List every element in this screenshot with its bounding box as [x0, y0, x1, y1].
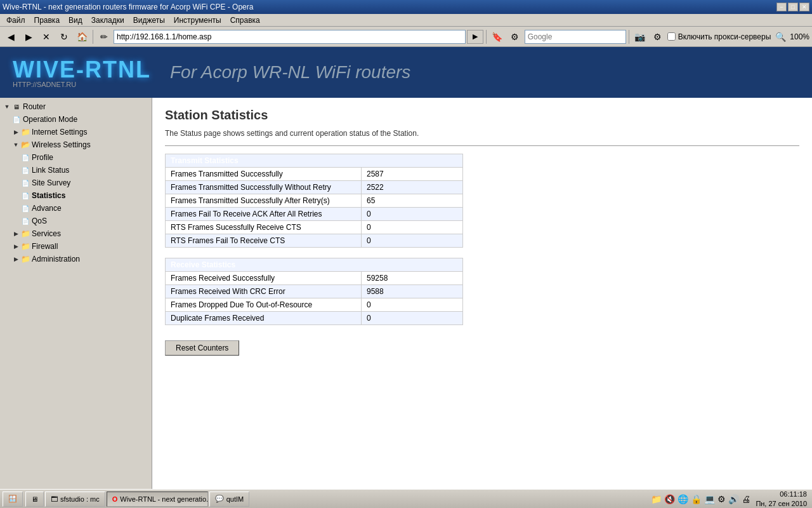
- maximize-btn[interactable]: □: [788, 3, 798, 11]
- menu-edit[interactable]: Правка: [30, 15, 64, 25]
- zoom-btn[interactable]: 🔍: [772, 29, 789, 45]
- address-input[interactable]: [114, 30, 466, 44]
- close-btn[interactable]: ✕: [799, 3, 809, 11]
- table-row: Duplicate Frames Received 0: [166, 312, 463, 325]
- admin-expand-icon: ▶: [11, 255, 20, 264]
- reset-counters-button[interactable]: Reset Counters: [165, 340, 239, 356]
- sidebar-item-qos[interactable]: 📄 QoS: [18, 215, 152, 227]
- sidebar-item-services[interactable]: ▶ 📁 Services: [9, 227, 152, 240]
- sidebar-item-advance[interactable]: 📄 Advance: [18, 202, 152, 215]
- table-row: RTS Frames Fail To Receive CTS 0: [166, 234, 463, 248]
- qos-icon: 📄: [20, 216, 30, 226]
- tx-row-6-label: RTS Frames Fail To Receive CTS: [166, 234, 362, 248]
- sidebar-item-services-label: Services: [32, 229, 61, 238]
- rx-row-3-label: Frames Dropped Due To Out-of-Resource: [166, 298, 362, 312]
- table-row: RTS Frames Sucessfully Receive CTS 0: [166, 221, 463, 234]
- taskbar-item-terminal[interactable]: 🖥: [25, 491, 44, 507]
- sidebar-item-wireless-settings-label: Wireless Settings: [32, 140, 91, 149]
- terminal-icon: 🖥: [31, 495, 38, 503]
- sidebar-item-statistics[interactable]: 📄 Statistics: [18, 189, 152, 202]
- qutim-icon: 💬: [215, 495, 224, 503]
- menu-file[interactable]: Файл: [3, 15, 29, 25]
- sidebar-item-router[interactable]: ▼ 🖥 Router: [0, 100, 152, 113]
- window-title: Wive-RTNL - next generation routers firm…: [3, 3, 253, 11]
- start-button[interactable]: 🪟: [3, 491, 23, 507]
- toolbar-sep-1: [93, 30, 93, 44]
- advance-icon: 📄: [20, 203, 30, 213]
- back-btn[interactable]: ◀: [3, 29, 19, 45]
- sidebar-item-firewall[interactable]: ▶ 📁 Firewall: [9, 240, 152, 253]
- tray-icon-3: 🌐: [678, 494, 688, 504]
- profile-icon: 📄: [20, 152, 30, 163]
- rx-row-4-label: Duplicate Frames Received: [166, 312, 362, 325]
- menu-widgets[interactable]: Виджеты: [129, 15, 169, 25]
- tx-row-5-label: RTS Frames Sucessfully Receive CTS: [166, 221, 362, 234]
- tx-row-2-value: 2522: [362, 181, 463, 194]
- taskbar-item-qutim[interactable]: 💬 qutIM: [209, 491, 250, 507]
- admin-icon: 📁: [20, 254, 30, 264]
- menu-tools[interactable]: Инструменты: [170, 15, 225, 25]
- sidebar-item-link-status[interactable]: 📄 Link Status: [18, 164, 152, 177]
- table-row: Frames Fail To Receive ACK After All Ret…: [166, 208, 463, 221]
- sidebar-item-site-survey-label: Site Survey: [32, 178, 70, 187]
- sidebar: ▼ 🖥 Router 📄 Operation Mode ▶ 📁 Internet…: [0, 98, 152, 489]
- wireless-expand-icon: ▼: [11, 140, 20, 149]
- sidebar-item-profile[interactable]: 📄 Profile: [18, 151, 152, 164]
- menu-view[interactable]: Вид: [65, 15, 86, 25]
- refresh-btn[interactable]: ↻: [56, 29, 72, 45]
- rx-row-2-label: Frames Received With CRC Error: [166, 285, 362, 298]
- banner-logo-area: WIVE-RTNL HTTP://SADNET.RU: [13, 57, 151, 88]
- wireless-settings-icon: 📂: [20, 140, 30, 150]
- sidebar-item-internet-settings-label: Internet Settings: [32, 128, 87, 137]
- taskbar-item-sfstudio[interactable]: 🗔 sfstudio : mc: [45, 491, 105, 507]
- content-divider: [165, 145, 799, 146]
- minimize-btn[interactable]: −: [776, 3, 787, 11]
- sidebar-item-operation-mode-label: Operation Mode: [23, 115, 77, 124]
- zoom-label: 100%: [790, 32, 809, 41]
- menu-help[interactable]: Справка: [226, 15, 264, 25]
- window-titlebar: Wive-RTNL - next generation routers firm…: [0, 0, 812, 14]
- content-area: Station Statistics The Status page shows…: [152, 98, 812, 489]
- window-controls: − □ ✕: [776, 3, 809, 11]
- page-title: Station Statistics: [165, 108, 799, 123]
- proxy-label[interactable]: Включить прокси-серверы: [667, 32, 771, 41]
- address-go-btn[interactable]: ▶: [467, 30, 483, 44]
- search-input[interactable]: [525, 30, 626, 44]
- main-layout: ▼ 🖥 Router 📄 Operation Mode ▶ 📁 Internet…: [0, 98, 812, 489]
- tx-row-1-value: 2587: [362, 168, 463, 181]
- banner-tagline: For Acorp WR-NL WiFi routers: [170, 62, 410, 83]
- stop-btn[interactable]: ✕: [38, 29, 55, 45]
- address-bar: [114, 30, 466, 44]
- table-row: Frames Received With CRC Error 9588: [166, 285, 463, 298]
- tx-row-1-label: Frames Transmitted Successfully: [166, 168, 362, 181]
- table-row: Frames Received Successfully 59258: [166, 272, 463, 285]
- router-expand-icon: ▼: [3, 102, 11, 111]
- home-btn[interactable]: 🏠: [74, 29, 90, 45]
- statistics-icon: 📄: [20, 190, 30, 201]
- menu-bookmarks[interactable]: Закладки: [88, 15, 128, 25]
- sidebar-item-site-survey[interactable]: 📄 Site Survey: [18, 177, 152, 189]
- opera-label: Wive-RTNL - next generatio...: [120, 495, 207, 503]
- sidebar-item-qos-label: QoS: [32, 217, 47, 225]
- tray-icon-1: 📁: [651, 494, 662, 504]
- sidebar-item-statistics-label: Statistics: [32, 191, 65, 200]
- taskbar-tray: 📁 🔇 🌐 🔒 💻 ⚙ 🔊 🖨 06:11:18 Пн, 27 сен 2010: [651, 490, 809, 508]
- nav-btn-1[interactable]: 🔖: [489, 29, 506, 45]
- sidebar-item-wireless-settings[interactable]: ▼ 📂 Wireless Settings: [9, 138, 152, 151]
- taskbar-item-opera[interactable]: O Wive-RTNL - next generatio... ✕: [107, 491, 208, 507]
- tx-row-4-label: Frames Fail To Receive ACK After All Ret…: [166, 208, 362, 221]
- proxy-checkbox[interactable]: [667, 32, 676, 41]
- sidebar-item-operation-mode[interactable]: 📄 Operation Mode: [9, 113, 152, 126]
- extra-btn-2[interactable]: ⚙: [650, 29, 666, 45]
- sidebar-item-firewall-label: Firewall: [32, 242, 58, 251]
- sidebar-item-administration[interactable]: ▶ 📁 Administration: [9, 253, 152, 265]
- edit-btn[interactable]: ✏: [96, 29, 112, 45]
- extra-btn-1[interactable]: 📷: [632, 29, 648, 45]
- firewall-expand-icon: ▶: [11, 242, 20, 251]
- tx-row-4-value: 0: [362, 208, 463, 221]
- sidebar-item-internet-settings[interactable]: ▶ 📁 Internet Settings: [9, 126, 152, 138]
- nav-btn-2[interactable]: ⚙: [507, 29, 523, 45]
- tx-row-2-label: Frames Transmitted Successfully Without …: [166, 181, 362, 194]
- forward-btn[interactable]: ▶: [20, 29, 37, 45]
- tx-row-5-value: 0: [362, 221, 463, 234]
